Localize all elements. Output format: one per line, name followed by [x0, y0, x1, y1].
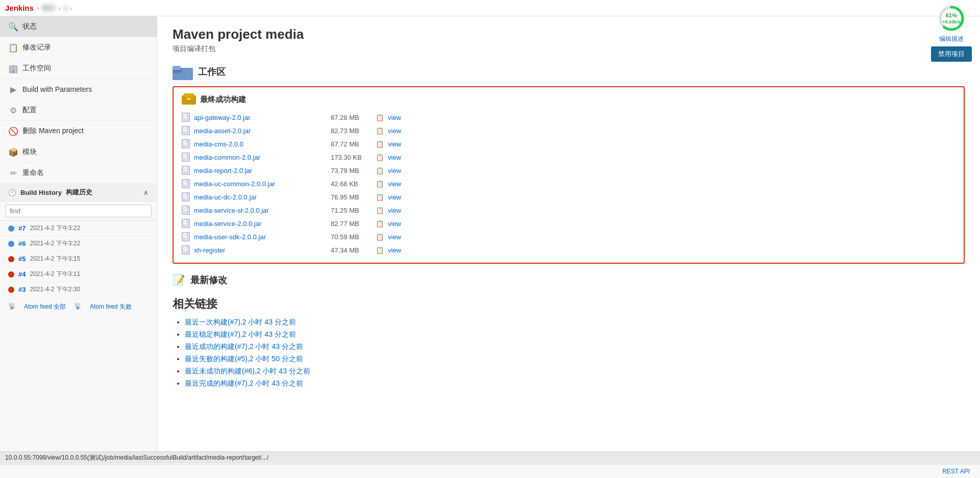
build-status-dot-7 — [8, 225, 14, 232]
artifact-view-10[interactable]: view — [388, 246, 401, 254]
artifact-view-8[interactable]: view — [388, 220, 401, 228]
related-link-0[interactable]: 最近一次构建(#7),2 小时 43 分之前 — [185, 318, 296, 326]
artifact-link-0[interactable]: api-gateway-2.0.jar — [194, 114, 327, 121]
artifact-view-3[interactable]: view — [388, 154, 401, 161]
artifact-view-5[interactable]: view — [388, 180, 401, 188]
artifact-item-3: 📄 media-common-2.0.jar 173.30 KB 📋 view — [182, 150, 955, 164]
history-icon: 🕐 — [8, 189, 16, 196]
artifact-view-2[interactable]: view — [388, 140, 401, 148]
build-status-dot-4 — [8, 271, 14, 278]
sidebar-item-workspace[interactable]: 🏢 工作空间 — [0, 58, 157, 79]
artifact-view-4[interactable]: view — [388, 167, 401, 174]
svg-rect-7 — [187, 98, 191, 99]
atom-icon-2: 📡 — [74, 303, 82, 311]
build-item-6[interactable]: #6 2021-4-2 下午3:22 — [0, 236, 157, 251]
artifact-link-6[interactable]: media-uc-dc-2.0.0.jar — [194, 193, 327, 201]
status-bar: 10.0.0.55:7098/view/10.0.0.55(测试)/job/me… — [0, 451, 980, 464]
artifact-icon-0: 📋 — [376, 114, 384, 121]
cpu-gauge: 61% +0.03k/s — [937, 4, 966, 33]
sidebar-item-build-params[interactable]: ▶ Build with Parameters — [0, 79, 157, 100]
module-icon: 📦 — [8, 147, 18, 157]
sidebar-item-rename[interactable]: ✏ 重命名 — [0, 163, 157, 184]
sidebar-item-workspace-label: 工作空间 — [22, 64, 51, 73]
artifact-link-3[interactable]: media-common-2.0.jar — [194, 154, 327, 161]
artifact-size-6: 76.95 MB — [331, 193, 372, 201]
related-link-1[interactable]: 最近稳定构建(#7),2 小时 43 分之前 — [185, 330, 296, 338]
breadcrumb-expand[interactable]: › — [70, 5, 72, 11]
sidebar-item-delete[interactable]: 🚫 删除 Maven project — [0, 121, 157, 142]
chevron-up-icon[interactable]: ∧ — [143, 189, 149, 196]
build-history-right: ∧ — [143, 189, 149, 196]
build-status-dot-6 — [8, 241, 14, 247]
file-icon-5: 📄 — [182, 179, 190, 188]
atom-feed-all-link[interactable]: Atom feed 全部 — [24, 303, 66, 311]
latest-changes-label: 最新修改 — [190, 274, 227, 286]
artifact-item-5: 📄 media-uc-common-2.0.0.jar 42.68 KB 📋 v… — [182, 177, 955, 190]
artifact-icon-10: 📋 — [376, 246, 384, 254]
related-link-3[interactable]: 最近失败的构建(#5),2 小时 50 分之前 — [185, 355, 303, 363]
build-item-4[interactable]: #4 2021-4-2 下午3:11 — [0, 267, 157, 282]
success-build-label: 最终成功构建 — [200, 95, 246, 105]
artifact-size-8: 82.77 MB — [331, 220, 372, 228]
artifact-link-5[interactable]: media-uc-common-2.0.0.jar — [194, 180, 327, 188]
artifact-view-7[interactable]: view — [388, 207, 401, 214]
gauge-percent: 61% +0.03k/s — [942, 12, 960, 25]
artifact-view-0[interactable]: view — [388, 114, 401, 121]
sidebar-item-changes-label: 修改记录 — [22, 43, 51, 52]
build-item-3[interactable]: #3 2021-4-2 下午2:30 — [0, 282, 157, 297]
artifact-view-1[interactable]: view — [388, 127, 401, 135]
list-item-1: 最近稳定构建(#7),2 小时 43 分之前 — [185, 330, 965, 339]
sidebar-item-modules[interactable]: 📦 模块 — [0, 142, 157, 163]
artifact-link-9[interactable]: media-user-sdk-2.0.0.jar — [194, 233, 327, 241]
layout: 🔍 状态 📋 修改记录 🏢 工作空间 ▶ Build with Paramete… — [0, 16, 980, 478]
breadcrumb-project[interactable]: 测试 — [42, 4, 55, 13]
sidebar-item-status-label: 状态 — [22, 22, 37, 31]
sidebar-item-delete-label: 删除 Maven project — [22, 127, 84, 136]
artifact-item-8: 📄 media-service-2.0.0.jar 82.77 MB 📋 vie… — [182, 217, 955, 230]
artifact-view-9[interactable]: view — [388, 233, 401, 241]
file-icon-7: 📄 — [182, 206, 190, 215]
find-box-wrap — [0, 202, 157, 221]
artifact-link-8[interactable]: media-service-2.0.0.jar — [194, 220, 327, 228]
artifact-link-1[interactable]: media-asset-2.0.jar — [194, 127, 327, 135]
artifact-icon-3: 📋 — [376, 154, 384, 161]
related-link-2[interactable]: 最近成功的构建(#7),2 小时 43 分之前 — [185, 342, 303, 350]
artifact-box-icon — [182, 93, 196, 106]
artifact-size-1: 82.73 MB — [331, 127, 372, 135]
build-link-3[interactable]: #3 — [18, 286, 26, 293]
atom-feed-fail-link[interactable]: Atom feed 失败 — [90, 303, 132, 311]
build-history-subtitle: 构建历史 — [66, 188, 92, 197]
build-item-5[interactable]: #5 2021-4-2 下午3:15 — [0, 251, 157, 267]
svg-rect-4 — [173, 66, 181, 70]
sidebar-item-status[interactable]: 🔍 状态 — [0, 16, 157, 37]
file-icon-2: 📄 — [182, 139, 190, 148]
rest-api-link[interactable]: REST API — [0, 464, 980, 478]
breadcrumb-subproject[interactable]: a — [64, 4, 67, 12]
sidebar-item-changes[interactable]: 📋 修改记录 — [0, 37, 157, 58]
related-link-5[interactable]: 最近完成的构建(#7),2 小时 43 分之前 — [185, 379, 303, 387]
artifact-link-2[interactable]: media-cms-2.0.0 — [194, 140, 327, 148]
artifact-item-10: 📄 xh-register 47.34 MB 📋 view — [182, 243, 955, 257]
related-link-4[interactable]: 最近未成功的构建(#6),2 小时 43 分之前 — [185, 367, 310, 375]
artifact-view-6[interactable]: view — [388, 193, 401, 201]
artifact-size-9: 70.59 MB — [331, 233, 372, 241]
build-link-5[interactable]: #5 — [18, 255, 26, 263]
build-link-7[interactable]: #7 — [18, 224, 26, 232]
build-time-4: 2021-4-2 下午3:11 — [30, 270, 80, 279]
artifact-link-4[interactable]: media-report-2.0.jar — [194, 167, 327, 174]
find-input[interactable] — [5, 205, 152, 217]
artifact-link-10[interactable]: xh-register — [194, 246, 327, 254]
jenkins-logo[interactable]: Jenkins — [5, 4, 34, 12]
delete-icon: 🚫 — [8, 126, 18, 136]
build-link-4[interactable]: #4 — [18, 270, 26, 278]
build-link-6[interactable]: #6 — [18, 240, 26, 247]
success-build-title: 最终成功构建 — [182, 93, 955, 106]
sidebar-item-config[interactable]: ⚙ 配置 — [0, 100, 157, 121]
build-item-7[interactable]: #7 2021-4-2 下午3:22 — [0, 221, 157, 236]
build-history-header[interactable]: 🕐 Build History 构建历史 ∧ — [0, 184, 157, 202]
disable-project-button[interactable]: 禁用项目 — [931, 46, 972, 62]
artifact-link-7[interactable]: media-service-st-2.0.0.jar — [194, 207, 327, 214]
artifact-size-4: 73.79 MB — [331, 167, 372, 174]
build-time-7: 2021-4-2 下午3:22 — [30, 224, 80, 233]
edit-description-link[interactable]: 编辑描述 — [939, 35, 964, 43]
